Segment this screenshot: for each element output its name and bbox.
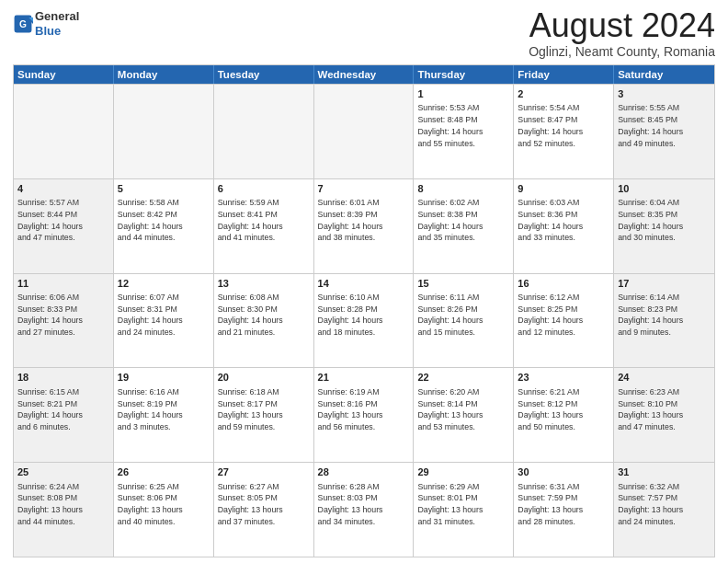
day-number: 19	[118, 371, 210, 385]
cell-info: Sunrise: 6:23 AM Sunset: 8:10 PM Dayligh…	[618, 386, 711, 433]
cell-info: Sunrise: 6:02 AM Sunset: 8:38 PM Dayligh…	[417, 197, 509, 244]
cell-info: Sunrise: 6:12 AM Sunset: 8:25 PM Dayligh…	[518, 292, 609, 339]
calendar-header-cell: Thursday	[414, 65, 514, 84]
cell-info: Sunrise: 6:16 AM Sunset: 8:19 PM Dayligh…	[118, 386, 210, 433]
cell-info: Sunrise: 6:24 AM Sunset: 8:08 PM Dayligh…	[17, 481, 109, 528]
day-number: 2	[518, 87, 609, 101]
calendar-cell: 26Sunrise: 6:25 AM Sunset: 8:06 PM Dayli…	[114, 463, 214, 557]
calendar-header-cell: Friday	[514, 65, 614, 84]
calendar-cell	[314, 85, 415, 178]
calendar-cell: 15Sunrise: 6:11 AM Sunset: 8:26 PM Dayli…	[414, 274, 514, 368]
cell-info: Sunrise: 6:14 AM Sunset: 8:23 PM Dayligh…	[618, 292, 711, 339]
day-number: 16	[518, 277, 609, 291]
calendar-cell: 21Sunrise: 6:19 AM Sunset: 8:16 PM Dayli…	[314, 368, 415, 462]
day-number: 25	[17, 465, 109, 479]
calendar-cell: 28Sunrise: 6:28 AM Sunset: 8:03 PM Dayli…	[314, 463, 415, 557]
calendar-cell	[214, 85, 314, 178]
calendar-header-cell: Tuesday	[214, 65, 314, 84]
calendar-cell: 3Sunrise: 5:55 AM Sunset: 8:45 PM Daylig…	[614, 85, 714, 178]
svg-text:G: G	[19, 19, 27, 29]
calendar-cell: 24Sunrise: 6:23 AM Sunset: 8:10 PM Dayli…	[614, 368, 714, 462]
cell-info: Sunrise: 6:29 AM Sunset: 8:01 PM Dayligh…	[417, 481, 509, 528]
calendar-header-cell: Saturday	[614, 65, 714, 84]
calendar-cell: 27Sunrise: 6:27 AM Sunset: 8:05 PM Dayli…	[214, 463, 314, 557]
calendar-cell: 7Sunrise: 6:01 AM Sunset: 8:39 PM Daylig…	[314, 179, 415, 273]
page-title: August 2024	[529, 9, 715, 42]
calendar-cell: 23Sunrise: 6:21 AM Sunset: 8:12 PM Dayli…	[514, 368, 614, 462]
page-container: G General Blue August 2024 Oglinzi, Neam…	[0, 0, 728, 563]
day-number: 13	[218, 277, 310, 291]
day-number: 31	[618, 465, 711, 479]
calendar-cell: 20Sunrise: 6:18 AM Sunset: 8:17 PM Dayli…	[214, 368, 314, 462]
calendar-cell: 22Sunrise: 6:20 AM Sunset: 8:14 PM Dayli…	[414, 368, 514, 462]
cell-info: Sunrise: 6:18 AM Sunset: 8:17 PM Dayligh…	[218, 386, 310, 433]
cell-info: Sunrise: 6:21 AM Sunset: 8:12 PM Dayligh…	[518, 386, 609, 433]
day-number: 24	[618, 371, 711, 385]
day-number: 6	[218, 182, 310, 196]
calendar-cell	[14, 85, 114, 178]
cell-info: Sunrise: 6:01 AM Sunset: 8:39 PM Dayligh…	[318, 197, 410, 244]
calendar-row: 4Sunrise: 5:57 AM Sunset: 8:44 PM Daylig…	[14, 178, 714, 273]
calendar-cell: 1Sunrise: 5:53 AM Sunset: 8:48 PM Daylig…	[414, 85, 514, 178]
calendar-cell: 16Sunrise: 6:12 AM Sunset: 8:25 PM Dayli…	[514, 274, 614, 368]
day-number: 30	[518, 465, 609, 479]
day-number: 21	[318, 371, 410, 385]
day-number: 14	[318, 277, 410, 291]
day-number: 20	[218, 371, 310, 385]
calendar-header-cell: Wednesday	[314, 65, 415, 84]
cell-info: Sunrise: 5:55 AM Sunset: 8:45 PM Dayligh…	[618, 102, 711, 149]
calendar-cell: 12Sunrise: 6:07 AM Sunset: 8:31 PM Dayli…	[114, 274, 214, 368]
day-number: 8	[417, 182, 509, 196]
day-number: 4	[17, 182, 109, 196]
calendar-row: 25Sunrise: 6:24 AM Sunset: 8:08 PM Dayli…	[14, 462, 714, 557]
cell-info: Sunrise: 5:54 AM Sunset: 8:47 PM Dayligh…	[518, 102, 609, 149]
day-number: 5	[118, 182, 210, 196]
day-number: 3	[618, 87, 711, 101]
cell-info: Sunrise: 6:15 AM Sunset: 8:21 PM Dayligh…	[17, 386, 109, 433]
calendar-header-cell: Sunday	[14, 65, 114, 84]
calendar-cell: 4Sunrise: 5:57 AM Sunset: 8:44 PM Daylig…	[14, 179, 114, 273]
cell-info: Sunrise: 6:32 AM Sunset: 7:57 PM Dayligh…	[618, 481, 711, 528]
cell-info: Sunrise: 6:19 AM Sunset: 8:16 PM Dayligh…	[318, 386, 410, 433]
logo-icon: G	[13, 14, 33, 34]
cell-info: Sunrise: 6:06 AM Sunset: 8:33 PM Dayligh…	[17, 292, 109, 339]
calendar-cell: 5Sunrise: 5:58 AM Sunset: 8:42 PM Daylig…	[114, 179, 214, 273]
cell-info: Sunrise: 6:11 AM Sunset: 8:26 PM Dayligh…	[417, 292, 509, 339]
cell-info: Sunrise: 6:27 AM Sunset: 8:05 PM Dayligh…	[218, 481, 310, 528]
calendar-cell: 6Sunrise: 5:59 AM Sunset: 8:41 PM Daylig…	[214, 179, 314, 273]
logo-text: General Blue	[35, 9, 79, 38]
day-number: 22	[417, 371, 509, 385]
calendar-body: 1Sunrise: 5:53 AM Sunset: 8:48 PM Daylig…	[14, 84, 714, 557]
calendar-cell	[114, 85, 214, 178]
cell-info: Sunrise: 6:31 AM Sunset: 7:59 PM Dayligh…	[518, 481, 609, 528]
calendar-cell: 9Sunrise: 6:03 AM Sunset: 8:36 PM Daylig…	[514, 179, 614, 273]
cell-info: Sunrise: 5:57 AM Sunset: 8:44 PM Dayligh…	[17, 197, 109, 244]
calendar-cell: 30Sunrise: 6:31 AM Sunset: 7:59 PM Dayli…	[514, 463, 614, 557]
calendar-cell: 29Sunrise: 6:29 AM Sunset: 8:01 PM Dayli…	[414, 463, 514, 557]
day-number: 15	[417, 277, 509, 291]
day-number: 9	[518, 182, 609, 196]
day-number: 7	[318, 182, 410, 196]
cell-info: Sunrise: 6:10 AM Sunset: 8:28 PM Dayligh…	[318, 292, 410, 339]
cell-info: Sunrise: 6:07 AM Sunset: 8:31 PM Dayligh…	[118, 292, 210, 339]
cell-info: Sunrise: 5:53 AM Sunset: 8:48 PM Dayligh…	[417, 102, 509, 149]
day-number: 18	[17, 371, 109, 385]
calendar: SundayMondayTuesdayWednesdayThursdayFrid…	[13, 64, 715, 557]
cell-info: Sunrise: 6:25 AM Sunset: 8:06 PM Dayligh…	[118, 481, 210, 528]
day-number: 10	[618, 182, 711, 196]
calendar-cell: 8Sunrise: 6:02 AM Sunset: 8:38 PM Daylig…	[414, 179, 514, 273]
calendar-cell: 31Sunrise: 6:32 AM Sunset: 7:57 PM Dayli…	[614, 463, 714, 557]
title-block: August 2024 Oglinzi, Neamt County, Roman…	[529, 9, 715, 59]
calendar-cell: 25Sunrise: 6:24 AM Sunset: 8:08 PM Dayli…	[14, 463, 114, 557]
calendar-cell: 17Sunrise: 6:14 AM Sunset: 8:23 PM Dayli…	[614, 274, 714, 368]
calendar-cell: 19Sunrise: 6:16 AM Sunset: 8:19 PM Dayli…	[114, 368, 214, 462]
calendar-cell: 13Sunrise: 6:08 AM Sunset: 8:30 PM Dayli…	[214, 274, 314, 368]
calendar-header-cell: Monday	[114, 65, 214, 84]
calendar-cell: 11Sunrise: 6:06 AM Sunset: 8:33 PM Dayli…	[14, 274, 114, 368]
day-number: 28	[318, 465, 410, 479]
cell-info: Sunrise: 5:58 AM Sunset: 8:42 PM Dayligh…	[118, 197, 210, 244]
page-subtitle: Oglinzi, Neamt County, Romania	[529, 44, 715, 59]
day-number: 29	[417, 465, 509, 479]
calendar-cell: 10Sunrise: 6:04 AM Sunset: 8:35 PM Dayli…	[614, 179, 714, 273]
calendar-header: SundayMondayTuesdayWednesdayThursdayFrid…	[14, 65, 714, 84]
